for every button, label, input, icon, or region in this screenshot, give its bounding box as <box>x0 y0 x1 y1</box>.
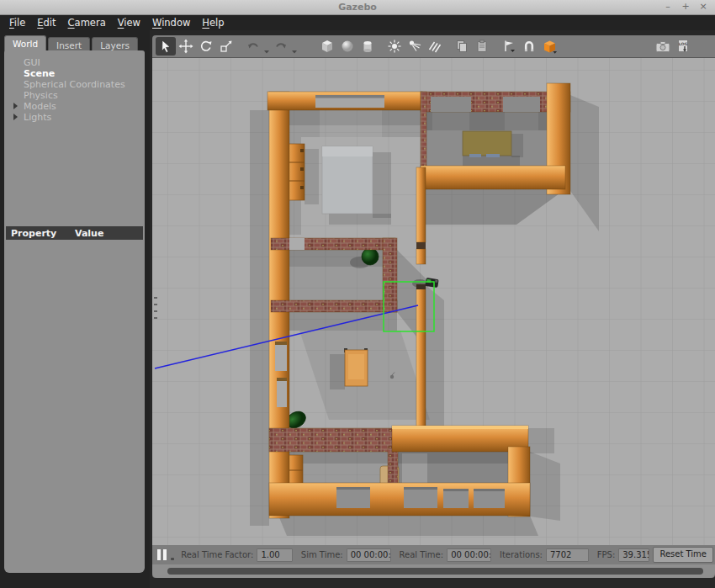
redo-history-dropdown[interactable] <box>291 39 299 54</box>
svg-text:LOG: LOG <box>679 42 688 46</box>
property-column-header: Property <box>11 228 75 239</box>
left-panel: World Insert Layers GUI Scene Spherical … <box>0 30 150 588</box>
align-flag-icon <box>501 39 516 54</box>
render-panel: LOG <box>152 35 715 578</box>
brick-lower-wall[interactable] <box>269 428 393 452</box>
property-table-header: Property Value <box>6 226 143 240</box>
pause-button[interactable] <box>157 549 167 560</box>
cube-icon <box>320 39 335 54</box>
minimize-button[interactable]: – <box>663 1 673 12</box>
menu-window[interactable]: Window <box>146 17 196 29</box>
center-wall-lower[interactable] <box>416 284 426 432</box>
step-button[interactable] <box>171 558 174 560</box>
directional-light-button[interactable] <box>425 37 445 56</box>
move-icon <box>178 39 193 54</box>
view-angle-cube-icon <box>542 39 558 55</box>
mat-model[interactable] <box>322 146 373 214</box>
menu-bar: File Edit Camera View Window Help <box>0 15 715 30</box>
chevron-down-icon <box>264 50 269 54</box>
iterations-value: 7702 <box>546 548 589 562</box>
redo-icon <box>273 39 289 54</box>
real-time-factor-label: Real Time Factor: <box>181 550 253 559</box>
point-light-button[interactable] <box>384 37 405 56</box>
center-wall-upper[interactable] <box>416 167 426 242</box>
tree-item-physics[interactable]: Physics <box>4 90 145 101</box>
log-record-button[interactable]: LOG <box>673 37 693 56</box>
insert-box-button[interactable] <box>317 37 337 56</box>
select-tool-button[interactable] <box>156 37 176 56</box>
reset-time-button[interactable]: Reset Time <box>653 547 713 563</box>
paste-button[interactable] <box>472 37 492 56</box>
tree-item-gui[interactable]: GUI <box>4 57 145 68</box>
splitter-handle[interactable] <box>154 297 157 319</box>
spot-light-icon <box>407 39 422 54</box>
view-angle-button[interactable] <box>539 37 559 56</box>
tree-item-models[interactable]: Models <box>4 101 145 112</box>
real-time-factor-value: 1.00 <box>257 548 292 562</box>
scene-canvas[interactable] <box>152 58 715 546</box>
tree-item-scene[interactable]: Scene <box>4 68 145 79</box>
brick-room-south-wall[interactable] <box>271 300 397 312</box>
small-table-model[interactable] <box>344 348 368 386</box>
copy-button[interactable] <box>452 37 472 56</box>
real-time-label: Real Time: <box>400 550 444 559</box>
undo-button[interactable] <box>243 37 263 56</box>
window-title: Gazebo <box>0 2 715 13</box>
title-bar: Gazebo – + × <box>0 0 715 15</box>
scale-tool-button[interactable] <box>216 37 236 56</box>
undo-history-dropdown[interactable] <box>263 39 271 54</box>
upper-room-south-wall[interactable] <box>421 166 565 189</box>
copy-icon <box>454 39 469 54</box>
iterations-label: Iterations: <box>500 550 543 559</box>
rotate-tool-button[interactable] <box>196 37 216 56</box>
time-slider-track[interactable] <box>152 564 715 578</box>
insert-sphere-button[interactable] <box>337 37 358 56</box>
expand-arrow-icon[interactable] <box>13 103 18 109</box>
screenshot-button[interactable] <box>653 37 673 56</box>
rotate-icon <box>199 39 214 54</box>
undo-icon <box>246 39 261 54</box>
align-tool-button[interactable] <box>499 37 519 56</box>
sphere-icon <box>340 39 355 54</box>
point-light-icon <box>387 39 402 54</box>
brick-divider-lower[interactable] <box>388 447 398 487</box>
paste-icon <box>474 39 490 54</box>
close-button[interactable]: × <box>698 1 708 12</box>
translate-tool-button[interactable] <box>176 37 196 56</box>
menu-file[interactable]: File <box>3 17 31 29</box>
menu-edit[interactable]: Edit <box>31 17 61 29</box>
fps-value: 39.3153 <box>618 548 649 562</box>
render-toolbar: LOG <box>152 35 715 58</box>
expand-arrow-icon[interactable] <box>13 114 18 120</box>
world-tree-panel: GUI Scene Spherical Coordinates Physics … <box>4 50 145 573</box>
redo-button[interactable] <box>271 37 291 56</box>
directional-light-icon <box>427 39 442 54</box>
camera-icon <box>654 39 671 54</box>
status-bar: Real Time Factor: 1.00 Sim Time: 00 00:0… <box>152 545 715 564</box>
brown-table-model[interactable] <box>463 131 511 157</box>
maximize-button[interactable]: + <box>681 1 691 12</box>
sim-time-value: 00 00:00:07.702 <box>347 548 391 562</box>
world-tree: GUI Scene Spherical Coordinates Physics … <box>4 57 145 123</box>
sim-time-label: Sim Time: <box>301 550 343 559</box>
log-icon: LOG <box>675 39 691 54</box>
scale-icon <box>219 39 234 54</box>
brick-divider-wall[interactable] <box>421 92 426 167</box>
snap-tool-button[interactable] <box>519 37 539 56</box>
time-slider-handle[interactable] <box>167 568 703 575</box>
tree-item-spherical-coordinates[interactable]: Spherical Coordinates <box>4 79 145 90</box>
robot-model[interactable] <box>425 278 438 288</box>
menu-camera[interactable]: Camera <box>62 17 112 29</box>
chevron-down-icon <box>292 50 297 54</box>
tree-item-lights[interactable]: Lights <box>4 112 145 123</box>
trash-bin-model[interactable] <box>362 248 379 265</box>
menu-view[interactable]: View <box>112 17 146 29</box>
insert-cylinder-button[interactable] <box>358 37 378 56</box>
fps-label: FPS: <box>597 550 616 559</box>
viewport-3d[interactable] <box>152 57 715 546</box>
cursor-arrow-icon <box>162 40 170 53</box>
magnet-icon <box>522 39 537 54</box>
spot-light-button[interactable] <box>405 37 425 56</box>
value-column-header: Value <box>75 228 103 239</box>
menu-help[interactable]: Help <box>196 17 230 29</box>
